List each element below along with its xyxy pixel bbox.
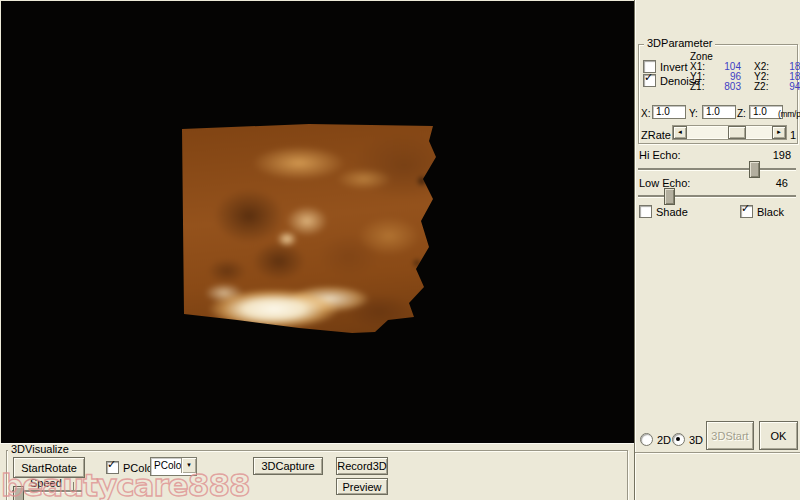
mode-3d-label: 3D — [689, 434, 703, 446]
zone-z1-value: 803 — [711, 82, 741, 92]
shade-checkbox[interactable]: ✓ — [639, 205, 652, 218]
3dparameter-group: 3DParameter ✓ Invert ✓ Denoise Zone X1: … — [638, 44, 798, 144]
3dcapture-button[interactable]: 3DCapture — [253, 457, 323, 475]
low-echo-slider-track[interactable] — [638, 195, 796, 198]
chevron-down-icon[interactable]: ▼ — [181, 458, 196, 473]
y-scale-label: Y: — [689, 108, 698, 119]
start-rotate-button[interactable]: StartRotate — [13, 457, 85, 478]
mode-2d-radio-row[interactable]: 2D — [640, 433, 671, 446]
3dparameter-group-title: 3DParameter — [644, 38, 715, 49]
shade-checkbox-row[interactable]: ✓ Shade — [639, 205, 688, 218]
denoise-checkbox[interactable]: ✓ — [643, 74, 656, 87]
check-icon: ✓ — [644, 72, 653, 83]
zone-z2-value: 941 — [776, 82, 800, 92]
hi-echo-value: 198 — [773, 149, 791, 161]
ultrasound-3d-app: 3DParameter ✓ Invert ✓ Denoise Zone X1: … — [0, 0, 800, 500]
x-scale-field[interactable]: 1.0 — [652, 105, 686, 119]
check-icon: ✓ — [107, 459, 116, 470]
speed-label: Speed — [30, 477, 62, 489]
parameter-panel: 3DParameter ✓ Invert ✓ Denoise Zone X1: … — [634, 0, 800, 500]
mode-3d-radio-row[interactable]: 3D — [672, 433, 703, 446]
hi-echo-label: Hi Echo: — [639, 149, 681, 161]
hi-echo-slider-track[interactable] — [638, 168, 796, 171]
record3d-button[interactable]: Record3D — [336, 457, 388, 475]
low-echo-value: 46 — [776, 177, 788, 189]
z-scale-label: Z: — [737, 108, 746, 119]
pcolor-dropdown[interactable]: PColor ▼ — [150, 457, 197, 476]
check-icon: ✓ — [741, 203, 750, 214]
scroll-right-arrow-icon[interactable]: ► — [772, 126, 786, 139]
mode-3d-radio[interactable] — [672, 433, 685, 446]
render-viewport[interactable] — [1, 1, 634, 443]
preview-button[interactable]: Preview — [336, 478, 388, 495]
zone-z2-label: Z2: — [741, 82, 776, 92]
pcolor-dropdown-value: PColor — [154, 460, 185, 472]
black-checkbox-row[interactable]: ✓ Black — [740, 205, 784, 218]
zrate-scrollbar[interactable]: ◄ ► — [672, 125, 787, 140]
mode-2d-label: 2D — [657, 434, 671, 446]
black-checkbox[interactable]: ✓ — [740, 205, 753, 218]
shade-label: Shade — [656, 206, 688, 218]
3dvisualize-group-title: 3DVisualize — [8, 444, 72, 455]
low-echo-slider-thumb[interactable] — [664, 188, 675, 205]
bottom-control-bar: 3DVisualize StartRotate ✓ PColor PColor … — [0, 443, 634, 500]
hi-echo-slider-thumb[interactable] — [749, 161, 760, 178]
zrate-scrollbar-thumb[interactable] — [728, 126, 746, 139]
speed-slider-tick — [73, 482, 74, 490]
scale-unit-label: (mm/p) — [778, 109, 800, 119]
black-label: Black — [757, 206, 784, 218]
x-scale-label: X: — [641, 108, 650, 119]
3dstart-button[interactable]: 3DStart — [706, 421, 754, 450]
invert-label: Invert — [660, 61, 688, 73]
y-scale-field[interactable]: 1.0 — [702, 105, 736, 119]
mode-2d-radio[interactable] — [640, 433, 653, 446]
speed-slider-thumb[interactable] — [13, 486, 24, 500]
zone-values: X1: 104 X2: 189 Y1: 96 Y2: 180 Z1: 803 Z… — [690, 62, 800, 92]
scroll-left-arrow-icon[interactable]: ◄ — [673, 126, 687, 139]
ultrasound-3d-render[interactable] — [179, 121, 441, 335]
zrate-label: ZRate — [641, 129, 671, 141]
pcolor-checkbox[interactable]: ✓ — [106, 461, 119, 474]
ultrasound-texture — [173, 115, 447, 341]
panel-divider — [635, 452, 800, 453]
radio-dot-icon — [676, 437, 680, 441]
ok-button[interactable]: OK — [759, 421, 798, 450]
zrate-value: 1 — [790, 129, 796, 141]
zone-z1-label: Z1: — [690, 82, 711, 92]
